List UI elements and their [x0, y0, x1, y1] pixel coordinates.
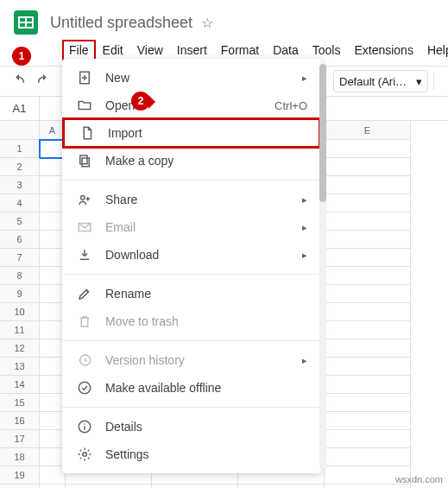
scrollbar-thumb[interactable] [319, 64, 326, 202]
row-header[interactable]: 18 [0, 448, 40, 466]
row-header[interactable]: 4 [0, 194, 40, 212]
menu-extensions[interactable]: Extensions [347, 40, 420, 60]
row-header[interactable]: 19 [0, 466, 40, 485]
cell[interactable] [325, 176, 411, 194]
menu-item-import[interactable]: Import [62, 117, 321, 149]
menu-data[interactable]: Data [266, 40, 306, 60]
menu-item-label: New [105, 71, 129, 85]
cell[interactable] [325, 376, 411, 394]
offline-icon [76, 379, 93, 396]
submenu-arrow-icon: ▸ [302, 73, 307, 84]
row-header[interactable]: 13 [0, 358, 40, 376]
submenu-arrow-icon: ▸ [302, 222, 307, 233]
row-header[interactable]: 10 [0, 303, 40, 321]
menu-view[interactable]: View [130, 40, 170, 60]
font-family-select[interactable]: Default (Ari… ▾ [333, 70, 428, 92]
menu-edit[interactable]: Edit [96, 40, 130, 60]
svg-point-9 [81, 196, 85, 200]
row-header[interactable]: 5 [0, 212, 40, 231]
cell[interactable] [325, 158, 411, 176]
document-title[interactable]: Untitled spreadsheet [50, 14, 192, 32]
menu-item-rename[interactable]: Rename [62, 280, 321, 307]
row-header[interactable]: 7 [0, 249, 40, 267]
shortcut-text: Ctrl+O [274, 99, 307, 112]
cell[interactable] [325, 430, 411, 448]
row-header[interactable]: 1 [0, 140, 40, 158]
redo-icon[interactable] [33, 71, 54, 92]
menu-separator [62, 274, 321, 275]
cell[interactable] [66, 485, 152, 488]
cell[interactable] [325, 231, 411, 249]
row-header[interactable]: 15 [0, 394, 40, 412]
menu-separator [62, 340, 321, 341]
menu-format[interactable]: Format [214, 40, 266, 60]
menu-file[interactable]: File [62, 40, 96, 60]
cell[interactable] [238, 485, 325, 488]
cell[interactable] [325, 412, 411, 430]
menu-item-label: Import [108, 126, 142, 140]
download-icon [76, 246, 93, 263]
menu-item-details[interactable]: Details [62, 413, 321, 440]
import-icon [79, 124, 96, 142]
share-icon [76, 191, 93, 208]
undo-icon[interactable] [9, 71, 29, 92]
select-all-corner[interactable] [0, 121, 40, 140]
cell[interactable] [40, 485, 66, 488]
row-header[interactable]: 6 [0, 231, 40, 249]
menu-item-download[interactable]: Download ▸ [62, 241, 321, 269]
menu-item-open[interactable]: Open Ctrl+O [62, 92, 321, 119]
menu-item-new[interactable]: New ▸ [62, 64, 321, 92]
row-header[interactable]: 12 [0, 339, 40, 358]
menu-item-label: Make available offline [105, 381, 221, 395]
name-box[interactable]: A1 [0, 97, 40, 120]
row-header[interactable]: 8 [0, 267, 40, 285]
menu-item-label: Move to trash [105, 314, 179, 328]
menu-item-share[interactable]: Share ▸ [62, 186, 321, 213]
cell[interactable] [325, 339, 411, 358]
dropdown-scrollbar[interactable] [319, 64, 326, 468]
menu-item-make-copy[interactable]: Make a copy [62, 147, 321, 174]
row-header[interactable]: 3 [0, 176, 40, 194]
sheets-logo[interactable] [10, 7, 41, 38]
col-header-e[interactable]: E [325, 121, 411, 140]
row-header[interactable]: 2 [0, 158, 40, 176]
cell[interactable] [325, 485, 411, 488]
menu-tools[interactable]: Tools [306, 40, 348, 60]
cell[interactable] [325, 249, 411, 267]
row-header[interactable]: 16 [0, 412, 40, 430]
menu-item-offline[interactable]: Make available offline [62, 374, 321, 402]
svg-point-16 [83, 453, 87, 457]
svg-rect-7 [82, 158, 89, 167]
trash-icon [76, 313, 93, 330]
cell[interactable] [325, 321, 411, 339]
menu-item-label: Email [105, 220, 136, 234]
gear-icon [76, 446, 93, 463]
menu-item-settings[interactable]: Settings [62, 440, 321, 468]
row-header[interactable]: 9 [0, 285, 40, 303]
cell[interactable] [325, 285, 411, 303]
submenu-arrow-icon: ▸ [302, 250, 307, 261]
cell[interactable] [325, 267, 411, 285]
row-header[interactable]: 14 [0, 376, 40, 394]
cell[interactable] [325, 303, 411, 321]
callout-2: 2 [131, 92, 150, 111]
cell[interactable] [325, 358, 411, 376]
menu-item-label: Share [105, 193, 137, 206]
cell[interactable] [152, 485, 238, 488]
cell[interactable] [325, 448, 411, 466]
folder-icon [76, 97, 93, 114]
row-header[interactable]: 17 [0, 430, 40, 448]
cell[interactable] [325, 194, 411, 212]
history-icon [76, 352, 93, 369]
row-header[interactable]: 20 [0, 485, 40, 488]
cell[interactable] [325, 140, 411, 158]
cell[interactable] [325, 394, 411, 412]
rename-icon [76, 285, 93, 302]
callout-1: 1 [12, 47, 31, 66]
row-header[interactable]: 11 [0, 321, 40, 339]
menu-insert[interactable]: Insert [170, 40, 214, 60]
cell[interactable] [325, 212, 411, 231]
star-icon[interactable]: ☆ [201, 15, 213, 31]
svg-rect-8 [80, 155, 87, 164]
menu-help[interactable]: Help [420, 40, 448, 60]
